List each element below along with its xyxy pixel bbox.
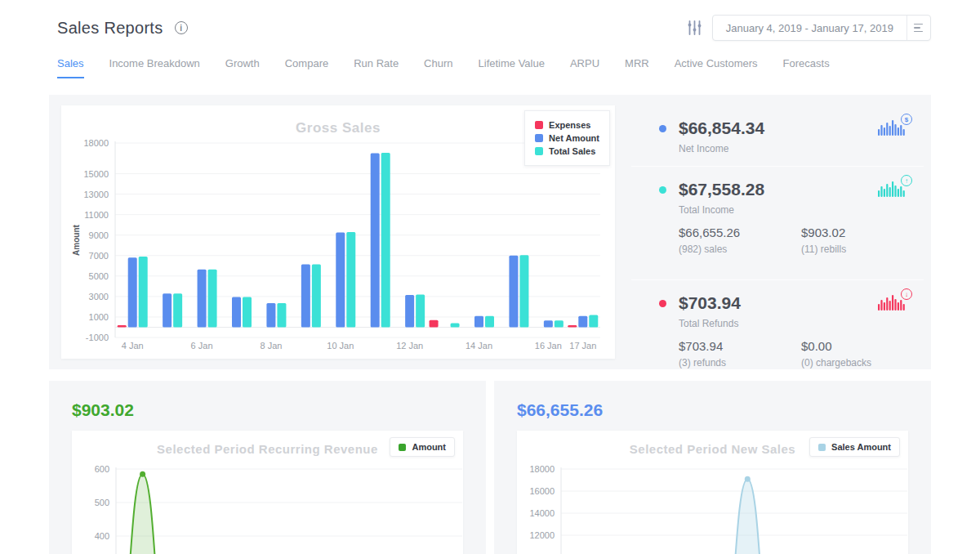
chargebacks-subvalue: $0.00 xyxy=(801,339,924,353)
bar-net-amount-15Jan xyxy=(509,256,518,328)
tab-mrr[interactable]: MRR xyxy=(625,57,649,78)
bar-net-amount-14Jan xyxy=(474,316,483,328)
tab-sales[interactable]: Sales xyxy=(57,57,84,78)
bar-total-sales-16Jan xyxy=(555,320,564,327)
tab-arpu[interactable]: ARPU xyxy=(570,57,599,78)
date-range-picker[interactable]: January 4, 2019 - January 17, 2019 xyxy=(712,15,931,41)
rec-chart-svg: 6005004003002001000 xyxy=(78,458,470,554)
recurring-revenue-panel: $903.02 Selected Period Recurring Revenu… xyxy=(49,381,486,554)
arrow-down-badge: ↓ xyxy=(901,288,912,300)
recurring-amount: $903.02 xyxy=(72,400,463,420)
svg-text:18000: 18000 xyxy=(83,138,109,148)
svg-text:400: 400 xyxy=(95,531,109,541)
svg-text:9000: 9000 xyxy=(89,230,109,240)
total-sales-label: Total Sales xyxy=(549,146,595,156)
filters-icon[interactable] xyxy=(687,20,702,35)
new-sales-amount: $66,655.26 xyxy=(517,400,908,420)
total-refunds-row: $703.94 Total Refunds ↓ $703.94 ( xyxy=(631,279,924,393)
new-sales-panel: $66,655.26 Selected Period New Sales Sal… xyxy=(494,381,931,554)
total-sales-swatch xyxy=(535,147,543,155)
svg-text:600: 600 xyxy=(95,464,109,474)
gross-sales-bar-chart[interactable]: 1800015000130001100090007000500030001000… xyxy=(68,138,608,357)
info-icon[interactable]: i xyxy=(175,21,188,34)
svg-text:8 Jan: 8 Jan xyxy=(260,341,282,351)
total-income-label: Total Income xyxy=(679,204,924,216)
svg-text:7000: 7000 xyxy=(89,251,109,261)
tab-active-customers[interactable]: Active Customers xyxy=(675,57,758,78)
svg-text:6 Jan: 6 Jan xyxy=(191,341,213,351)
bar-total-sales-12Jan xyxy=(416,294,425,327)
tab-churn[interactable]: Churn xyxy=(424,57,452,78)
refunds-sublabel: (3) refunds xyxy=(679,357,801,369)
ns-chart-svg: 1800016000140001200010000800060004000200… xyxy=(523,458,915,554)
gross-sales-svg: 1800015000130001100090007000500030001000… xyxy=(68,138,608,354)
recurring-revenue-area-chart[interactable]: 6005004003002001000 xyxy=(78,458,457,554)
bar-net-amount-16Jan xyxy=(544,320,553,327)
refunds-substats: $703.94 (3) refunds $0.00 (0) chargeback… xyxy=(679,329,924,382)
bar-expenses-4Jan xyxy=(118,325,127,328)
svg-text:12000: 12000 xyxy=(529,530,555,540)
expenses-label: Expenses xyxy=(549,120,590,130)
legend-item-total-sales[interactable]: Total Sales xyxy=(535,146,599,156)
bar-total-sales-7Jan xyxy=(243,297,252,328)
gross-sales-section: Gross Sales Expenses Net Amount Total Sa… xyxy=(49,95,931,369)
sales-subvalue: $66,655.26 xyxy=(679,226,801,239)
amount-swatch xyxy=(399,444,406,451)
bar-net-amount-9Jan xyxy=(301,264,310,327)
rebills-sublabel: (11) rebills xyxy=(801,243,924,255)
new-sales-legend-chip[interactable]: Sales Amount xyxy=(809,437,900,457)
tab-compare[interactable]: Compare xyxy=(285,57,328,78)
total-refunds-label: Total Refunds xyxy=(679,318,924,329)
svg-text:14000: 14000 xyxy=(529,508,555,518)
rebills-subvalue: $903.02 xyxy=(801,226,924,239)
bar-chart-up-icon: ↑ xyxy=(878,180,906,200)
bar-net-amount-7Jan xyxy=(232,297,241,328)
svg-text:15000: 15000 xyxy=(83,169,109,179)
svg-text:3000: 3000 xyxy=(89,292,109,302)
net-income-dot xyxy=(659,125,666,132)
bar-total-sales-8Jan xyxy=(277,303,286,327)
arrow-up-badge: ↑ xyxy=(901,175,912,186)
sales-sublabel: (982) sales xyxy=(679,243,801,255)
expenses-swatch xyxy=(535,121,543,129)
tab-run-rate[interactable]: Run Rate xyxy=(354,57,399,78)
tab-lifetime-value[interactable]: Lifetime Value xyxy=(479,57,545,78)
legend-item-net-amount[interactable]: Net Amount xyxy=(535,133,599,143)
tab-growth[interactable]: Growth xyxy=(225,57,260,78)
svg-text:500: 500 xyxy=(95,498,109,507)
recurring-legend-chip[interactable]: Amount xyxy=(390,437,455,457)
chargebacks-sublabel: (0) chargebacks xyxy=(801,357,924,369)
recurring-revenue-card: Selected Period Recurring Revenue Amount… xyxy=(72,431,463,554)
svg-text:10 Jan: 10 Jan xyxy=(327,341,354,351)
svg-text:14 Jan: 14 Jan xyxy=(466,341,492,351)
tab-income-breakdown[interactable]: Income Breakdown xyxy=(109,57,200,78)
bar-total-sales-15Jan xyxy=(519,255,528,327)
income-substats: $66,655.26 (982) sales $903.02 (11) rebi… xyxy=(679,216,924,268)
total-income-row: $67,558.28 Total Income ↑ $66,655.26 xyxy=(631,166,924,279)
svg-text:11000: 11000 xyxy=(84,210,109,220)
bar-net-amount-4Jan xyxy=(128,257,137,327)
svg-text:13000: 13000 xyxy=(83,190,109,199)
gross-sales-card: Gross Sales Expenses Net Amount Total Sa… xyxy=(61,105,615,359)
sales-amount-legend-label: Sales Amount xyxy=(831,442,891,452)
bar-total-sales-10Jan xyxy=(346,232,355,327)
bar-net-amount-10Jan xyxy=(336,233,345,328)
rebills-substat: $903.02 (11) rebills xyxy=(801,226,924,255)
refunds-substat: $703.94 (3) refunds xyxy=(679,339,801,369)
amount-legend-label: Amount xyxy=(412,442,446,452)
tab-forecasts[interactable]: Forecasts xyxy=(783,57,830,78)
gross-sales-legend: Expenses Net Amount Total Sales xyxy=(524,110,610,166)
svg-text:12 Jan: 12 Jan xyxy=(396,341,423,351)
sales-substat: $66,655.26 (982) sales xyxy=(679,226,801,255)
sales-dashboard: Sales Reports i January 4, 2019 - Januar… xyxy=(0,0,980,554)
legend-item-expenses[interactable]: Expenses xyxy=(535,120,599,130)
svg-text:18000: 18000 xyxy=(529,464,555,474)
date-presets-icon[interactable] xyxy=(907,24,930,33)
bar-net-amount-11Jan xyxy=(371,154,380,328)
bar-total-sales-6Jan xyxy=(208,270,217,328)
bar-total-sales-5Jan xyxy=(173,293,182,327)
sales-amount-swatch xyxy=(818,444,826,451)
net-amount-label: Net Amount xyxy=(549,133,599,143)
new-sales-area-chart[interactable]: 1800016000140001200010000800060004000200… xyxy=(523,458,902,554)
header-controls: January 4, 2019 - January 17, 2019 xyxy=(687,15,931,41)
